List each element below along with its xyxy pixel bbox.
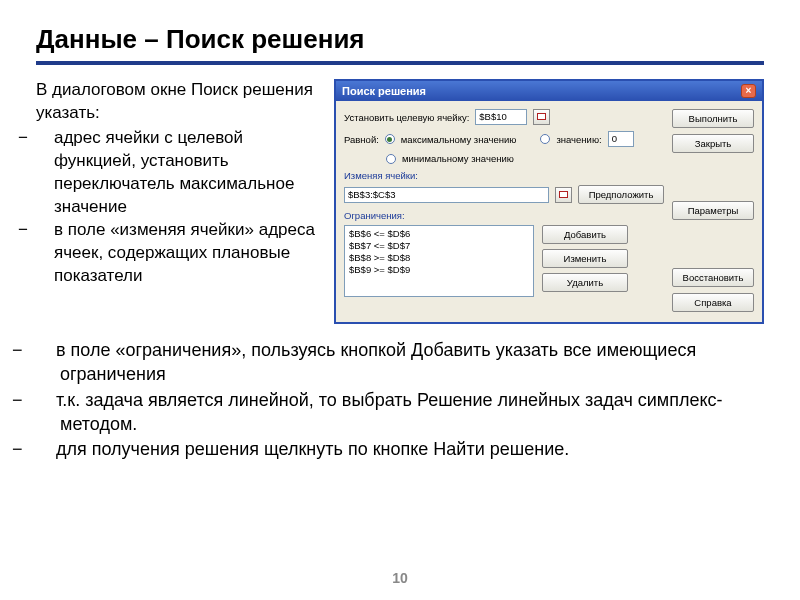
radio-min[interactable]	[386, 154, 396, 164]
equal-label: Равной:	[344, 134, 379, 145]
radio-max-label: максимальному значению	[401, 134, 517, 145]
radio-max[interactable]	[385, 134, 395, 144]
solver-dialog: Поиск решения × Установить целевую ячейк…	[334, 79, 764, 324]
close-button[interactable]: Закрыть	[672, 134, 754, 153]
dialog-titlebar: Поиск решения ×	[336, 81, 762, 101]
list-item: для получения решения щелкнуть по кнопке…	[36, 437, 764, 461]
changing-cells-input[interactable]: $B$3:$C$3	[344, 187, 549, 203]
list-item: в поле «изменяя ячейки» адреса ячеек, со…	[36, 219, 316, 288]
lower-text-block: в поле «ограничения», пользуясь кнопкой …	[36, 338, 764, 461]
title-rule	[36, 61, 764, 65]
constraint-item[interactable]: $B$7 <= $D$7	[349, 240, 529, 252]
constraint-item[interactable]: $B$8 >= $D$8	[349, 252, 529, 264]
guess-button[interactable]: Предположить	[578, 185, 664, 204]
dialog-title-text: Поиск решения	[342, 85, 426, 97]
change-button[interactable]: Изменить	[542, 249, 628, 268]
slide-title: Данные – Поиск решения	[36, 24, 764, 61]
page-number: 10	[0, 570, 800, 586]
changing-cells-label: Изменяя ячейки:	[344, 170, 664, 181]
left-column: В диалоговом окне Поиск решения указать:…	[36, 79, 316, 287]
radio-min-label: минимальному значению	[402, 153, 514, 164]
list-item: т.к. задача является линейной, то выбрат…	[36, 388, 764, 437]
radio-value[interactable]	[540, 134, 550, 144]
intro-text: В диалоговом окне Поиск решения указать:	[36, 79, 316, 125]
delete-button[interactable]: Удалить	[542, 273, 628, 292]
close-icon[interactable]: ×	[741, 84, 756, 98]
restore-button[interactable]: Восстановить	[672, 268, 754, 287]
constraint-item[interactable]: $B$9 >= $D$9	[349, 264, 529, 276]
constraints-listbox[interactable]: $B$6 <= $D$6 $B$7 <= $D$7 $B$8 >= $D$8 $…	[344, 225, 534, 297]
radio-value-label: значению:	[556, 134, 601, 145]
ref-picker-icon[interactable]	[555, 187, 572, 203]
constraints-label: Ограничения:	[344, 210, 664, 221]
list-item: в поле «ограничения», пользуясь кнопкой …	[36, 338, 764, 387]
target-cell-label: Установить целевую ячейку:	[344, 112, 469, 123]
help-button[interactable]: Справка	[672, 293, 754, 312]
ref-picker-icon[interactable]	[533, 109, 550, 125]
add-button[interactable]: Добавить	[542, 225, 628, 244]
target-cell-input[interactable]: $B$10	[475, 109, 527, 125]
list-item: адрес ячейки с целевой функцией, установ…	[36, 127, 316, 219]
value-input[interactable]: 0	[608, 131, 634, 147]
run-button[interactable]: Выполнить	[672, 109, 754, 128]
params-button[interactable]: Параметры	[672, 201, 754, 220]
constraint-item[interactable]: $B$6 <= $D$6	[349, 228, 529, 240]
